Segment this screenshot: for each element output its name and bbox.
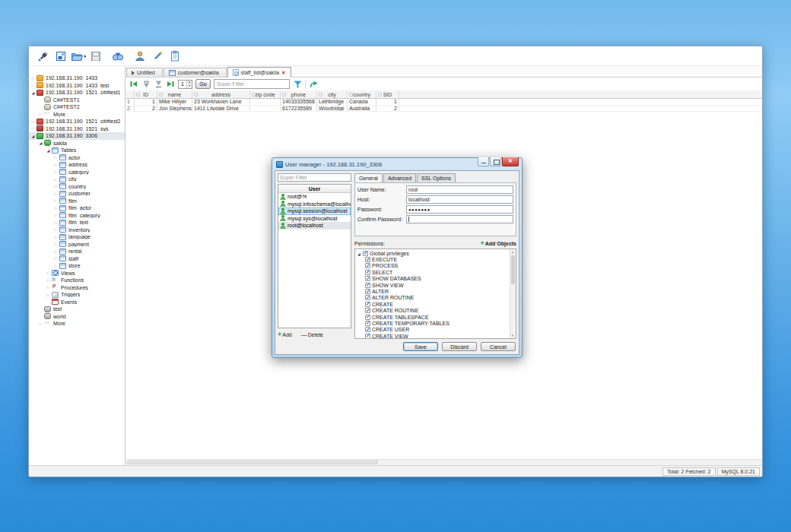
checkbox-checked-icon[interactable] — [365, 257, 370, 262]
first-record-button[interactable] — [129, 80, 138, 89]
tree-expander-icon[interactable] — [53, 183, 59, 189]
tab-untitled[interactable]: Untitled — [126, 68, 163, 77]
tree-item[interactable]: C##TEST1 — [29, 97, 125, 104]
close-button[interactable] — [502, 157, 519, 166]
permission-item[interactable]: CREATE TEMPORARY TABLES — [357, 320, 510, 326]
cell-sid[interactable]: 2 — [376, 106, 399, 112]
tree-item[interactable]: sakila — [29, 140, 125, 147]
tree-item[interactable]: Procedures — [29, 284, 125, 292]
user-list-item[interactable]: mysql.session@localhost — [278, 207, 351, 215]
tree-item[interactable]: Functions — [29, 277, 125, 284]
tree-expander-icon[interactable] — [30, 125, 36, 131]
checkbox-checked-icon[interactable] — [365, 283, 370, 288]
tree-item[interactable]: Views — [29, 270, 125, 277]
go-button[interactable]: Go — [195, 79, 211, 89]
filter-funnel-icon[interactable] — [293, 80, 302, 89]
tree-expander-icon[interactable] — [53, 226, 59, 233]
tree-item[interactable]: payment — [29, 241, 125, 249]
tree-item[interactable]: 192.168.31.190_1521_c##test2 — [29, 118, 125, 125]
permission-item[interactable]: SELECT — [357, 269, 510, 275]
column-sort-icon[interactable] — [319, 93, 322, 97]
column-sort-icon[interactable] — [349, 93, 353, 97]
tree-item[interactable]: test — [29, 306, 125, 313]
field-input[interactable] — [406, 215, 513, 223]
delete-user-button[interactable]: —Delete — [301, 332, 323, 337]
tree-expander-icon[interactable] — [38, 321, 43, 327]
tree-item[interactable]: country — [29, 183, 125, 191]
permission-item[interactable]: EXECUTE — [357, 256, 510, 262]
grid-column-header[interactable] — [399, 90, 762, 98]
grid-column-header[interactable]: ID — [135, 90, 157, 98]
last-record-button[interactable] — [166, 80, 175, 89]
tree-item[interactable]: More — [29, 111, 125, 119]
user-manager-icon[interactable] — [132, 49, 148, 64]
tree-item[interactable]: language — [29, 233, 125, 241]
dialog-tab[interactable]: SSL Options — [417, 173, 456, 182]
tree-expander-icon[interactable] — [53, 205, 59, 211]
tree-expander-icon[interactable] — [53, 212, 59, 218]
grid-column-header[interactable] — [125, 90, 135, 98]
checkbox-checked-icon[interactable] — [365, 321, 370, 326]
permission-item[interactable]: CREATE TABLESPACE — [357, 314, 510, 320]
cell-id[interactable]: 2 — [135, 106, 157, 112]
tree-item[interactable]: customer — [29, 190, 125, 198]
tree-item[interactable]: film_category — [29, 212, 125, 220]
save-button[interactable]: Save — [403, 342, 438, 351]
cell-city[interactable]: Lethbridge — [317, 99, 348, 105]
tree-item[interactable]: actor — [29, 154, 125, 162]
super-filter-input[interactable] — [214, 79, 290, 89]
checkbox-checked-icon[interactable] — [365, 295, 370, 300]
cell-zip-code[interactable] — [250, 106, 281, 112]
horizontal-scrollbar[interactable] — [125, 459, 762, 465]
permissions-scrollbar[interactable] — [510, 249, 516, 338]
checkbox-checked-icon[interactable] — [365, 334, 370, 338]
tree-expander-icon[interactable] — [53, 255, 59, 261]
spinner-down-icon[interactable]: ▼ — [187, 84, 192, 88]
grid-row[interactable]: 2 2 Jon Stephens 1411 Lilydale Drive 617… — [125, 106, 762, 112]
tree-item[interactable]: category — [29, 169, 125, 176]
checkbox-checked-icon[interactable] — [365, 302, 370, 307]
tree-expander-icon[interactable] — [46, 277, 51, 283]
column-sort-icon[interactable] — [252, 93, 256, 97]
permission-item[interactable]: ALTER ROUTINE — [357, 295, 510, 301]
tree-expander-icon[interactable] — [53, 176, 59, 182]
user-list-item[interactable]: root@% — [278, 193, 351, 201]
tree-expander-icon[interactable] — [30, 133, 36, 139]
column-sort-icon[interactable] — [282, 93, 286, 97]
field-input[interactable]: ●●●●●●● — [406, 205, 513, 214]
checkbox-checked-icon[interactable] — [365, 270, 370, 275]
permission-item[interactable]: SHOW DATABASES — [357, 276, 510, 282]
checkbox-checked-icon[interactable] — [365, 289, 370, 294]
permission-item[interactable]: CREATE VIEW — [357, 333, 510, 338]
permission-item[interactable]: CREATE ROUTINE — [357, 308, 510, 314]
user-list-item[interactable]: mysql.sys@localhost — [278, 215, 351, 223]
permission-item[interactable]: ALTER — [357, 288, 510, 294]
prev-record-button[interactable] — [141, 80, 151, 89]
tree-item[interactable]: 192.168.31.190_1433_test — [29, 82, 125, 90]
cell-id[interactable]: 1 — [135, 99, 157, 105]
add-objects-button[interactable]: +Add Objects — [481, 241, 517, 246]
tree-expander-icon[interactable] — [53, 263, 59, 269]
dialog-tab[interactable]: General — [354, 173, 383, 182]
cell-address[interactable]: 1411 Lilydale Drive — [192, 106, 250, 112]
permission-item[interactable]: CREATE USER — [357, 327, 510, 333]
tab-staff-list-sakila[interactable]: staff_list@sakila ✕ — [227, 67, 291, 78]
find-icon[interactable] — [110, 49, 125, 64]
tree-item[interactable]: store — [29, 262, 125, 270]
tree-expander-icon[interactable] — [53, 169, 59, 175]
scrollbar-thumb[interactable] — [511, 255, 515, 284]
tree-item[interactable]: Triggers — [29, 291, 125, 299]
scrollbar-thumb[interactable] — [127, 461, 378, 464]
tree-expander-icon[interactable] — [30, 119, 36, 125]
tree-item[interactable]: staff — [29, 255, 125, 263]
permission-item[interactable]: SHOW VIEW — [357, 282, 510, 288]
cell-name[interactable]: Mike Hillyer — [157, 99, 192, 105]
field-input[interactable]: localhost — [406, 195, 513, 204]
grid-column-header[interactable]: phone — [281, 90, 317, 98]
cell-country[interactable]: Canada — [348, 99, 376, 105]
tree-item[interactable]: address — [29, 161, 125, 169]
tree-expander-icon[interactable] — [46, 147, 51, 154]
column-sort-icon[interactable] — [136, 93, 140, 97]
minimize-button[interactable] — [478, 157, 489, 166]
tree-item[interactable]: C##TEST2 — [29, 103, 125, 111]
